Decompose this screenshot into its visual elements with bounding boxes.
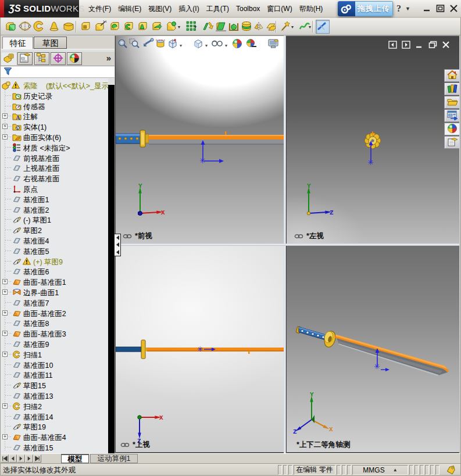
tree-item[interactable]: 历史记录	[0, 91, 108, 101]
tree-item[interactable]: 基准面11	[0, 370, 108, 380]
sweep-boss-button[interactable]	[33, 20, 47, 34]
dropdown-caret-icon[interactable]: ▾	[178, 25, 183, 30]
viewport-isometric[interactable]: ✳YXZ *上下二等角轴测	[286, 246, 461, 453]
tree-item[interactable]: 上视基准面	[0, 163, 108, 173]
tree-item[interactable]: +A注解	[0, 111, 108, 121]
tree-item[interactable]: 基准面8	[0, 318, 108, 328]
viewport-minimize-button[interactable]	[415, 41, 424, 49]
tree-item[interactable]: 材质 <未指定>	[0, 142, 108, 153]
tree-item[interactable]: 右视基准面	[0, 173, 108, 184]
horizontal-splitter[interactable]	[115, 244, 461, 246]
tree-item[interactable]: +扫描2	[0, 401, 108, 411]
tree-item[interactable]: +扫描1	[0, 349, 108, 360]
first-sheet-button[interactable]	[1, 454, 9, 463]
viewport-restore-button[interactable]	[428, 41, 437, 49]
menu-8[interactable]: 帮助(H)	[296, 2, 327, 15]
tree-item[interactable]: 原点	[0, 184, 108, 194]
help-menu[interactable]: ? ▼	[396, 2, 410, 15]
viewport-next-window-button[interactable]	[402, 41, 410, 49]
view-palette-button[interactable]	[444, 109, 460, 122]
custom-properties-button[interactable]	[444, 136, 460, 149]
tree-item[interactable]: +曲面实体(6)	[0, 132, 108, 142]
viewport-top[interactable]: ✳XZ *上视	[115, 246, 284, 453]
maximize-button[interactable]	[435, 4, 445, 13]
sheet-tab-motion-study[interactable]: 运动算例1	[90, 454, 138, 463]
boundary-boss-button[interactable]	[62, 20, 76, 34]
manager-overflow-chevron[interactable]: »	[106, 53, 111, 63]
viewport-close-button[interactable]	[442, 41, 451, 49]
viewport-prev-window-button[interactable]	[388, 41, 397, 49]
tree-item[interactable]: 草图15	[0, 380, 108, 391]
tree-item[interactable]: (-) 草图1	[0, 214, 108, 225]
tree-item[interactable]: 基准面15	[0, 442, 108, 453]
prev-sheet-button[interactable]	[9, 454, 17, 463]
instant3d-button[interactable]	[316, 20, 330, 34]
loft-boss-button[interactable]	[47, 20, 61, 34]
dropdown-caret-icon[interactable]: ▾	[194, 25, 199, 30]
design-library-button[interactable]	[444, 83, 460, 95]
resources-home-button[interactable]	[444, 69, 460, 82]
dropdown-caret-icon[interactable]: ▾	[291, 25, 296, 30]
fillet-button[interactable]	[165, 20, 179, 34]
tree-item[interactable]: +曲面-基准面3	[0, 328, 108, 339]
minimize-button[interactable]	[422, 4, 432, 13]
ref-geometry-button[interactable]	[265, 20, 279, 34]
tree-item[interactable]: 基准面10	[0, 360, 108, 370]
tree-item[interactable]: 基准面2	[0, 205, 108, 215]
panel-tab-features[interactable]: 特征	[2, 37, 33, 49]
tree-item[interactable]: 基准面14	[0, 411, 108, 422]
tree-item[interactable]: 基准面13	[0, 391, 108, 401]
featuremanager-tab[interactable]	[1, 52, 16, 65]
drag-upload-button[interactable]: 拖拽上传	[338, 1, 393, 16]
wrap-button[interactable]	[240, 20, 253, 34]
tree-item-root[interactable]: 索隆 (默认<<默认>_显示状态	[0, 80, 108, 91]
sheet-tab-model[interactable]: 模型	[61, 454, 89, 463]
tree-item[interactable]: +曲面-基准面4	[0, 432, 108, 442]
tree-item[interactable]: 草图19	[0, 421, 108, 432]
menu-5[interactable]: 工具(T)	[203, 2, 233, 15]
next-sheet-button[interactable]	[25, 454, 33, 463]
draft-button[interactable]	[214, 20, 228, 34]
mirror-button[interactable]	[252, 20, 266, 34]
configurationmanager-tab[interactable]	[34, 52, 49, 65]
sweep-cut-button[interactable]	[122, 20, 136, 34]
boundary-cut-button[interactable]	[150, 20, 164, 34]
tree-item[interactable]: 基准面4	[0, 235, 108, 246]
file-explorer-button[interactable]	[444, 96, 460, 109]
tree-item[interactable]: 传感器	[0, 101, 108, 112]
revolve-cut-button[interactable]	[108, 20, 122, 34]
menu-3[interactable]: 视图(V)	[145, 2, 175, 15]
close-button[interactable]	[449, 4, 459, 13]
propertymanager-tab[interactable]	[17, 52, 33, 65]
menu-7[interactable]: 窗口(W)	[263, 2, 295, 15]
tree-item[interactable]: +边界-曲面1	[0, 287, 108, 298]
appearances-button[interactable]	[444, 123, 460, 135]
tree-item[interactable]: 基准面9	[0, 339, 108, 349]
extrude-boss-button[interactable]	[3, 20, 17, 34]
viewport-left[interactable]: ✳YZ *左视	[286, 36, 461, 244]
rib-button[interactable]	[201, 20, 215, 34]
extrude-cut-button[interactable]	[79, 20, 93, 34]
displaymanager-tab[interactable]	[67, 52, 82, 65]
tree-item[interactable]: 草图2	[0, 225, 108, 235]
tree-filter-input[interactable]	[12, 66, 115, 77]
tree-item[interactable]: +实体(1)	[0, 121, 108, 132]
menu-4[interactable]: 插入(I)	[175, 2, 202, 15]
shell-button[interactable]	[227, 20, 241, 34]
tree-item[interactable]: +曲面-基准面2	[0, 308, 108, 318]
tree-item[interactable]: 基准面7	[0, 298, 108, 308]
viewport-front[interactable]: ▾▾▾ ✳YX *前视	[115, 36, 284, 244]
tree-item[interactable]: (+) 草图9	[0, 256, 108, 267]
panel-tab-sketch[interactable]: 草图	[34, 37, 67, 49]
revolve-boss-button[interactable]	[18, 20, 32, 34]
next-sheet-button[interactable]	[17, 454, 25, 463]
menu-6[interactable]: Toolbox	[233, 2, 263, 15]
tree-item[interactable]: 基准面5	[0, 246, 108, 256]
tree-item[interactable]: +曲面-基准面1	[0, 277, 108, 287]
menu-1[interactable]: 文件(F)	[85, 2, 115, 15]
viewport-scroll-arrows[interactable]	[114, 234, 121, 256]
tree-item[interactable]: 基准面1	[0, 194, 108, 205]
tree-item[interactable]: 基准面6	[0, 266, 108, 277]
hole-wizard-button[interactable]	[94, 20, 108, 34]
dimxpertmanager-tab[interactable]	[51, 52, 66, 65]
